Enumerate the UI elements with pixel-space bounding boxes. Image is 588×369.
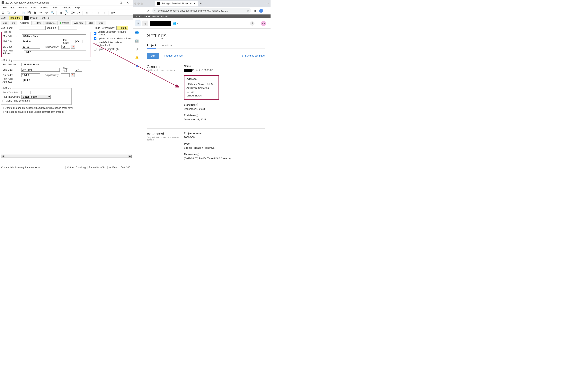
rail-settings-icon[interactable]: ⚙ bbox=[136, 64, 138, 68]
scroll-left-icon[interactable]: ◀ bbox=[1, 155, 4, 157]
globe-icon[interactable]: 🌐 ▾ bbox=[172, 22, 178, 25]
tab-reviewers[interactable]: Reviewers bbox=[43, 21, 58, 25]
grid-icon[interactable]: ▦ bbox=[59, 11, 63, 14]
mail-address-input[interactable] bbox=[22, 34, 86, 38]
menu-records[interactable]: Records bbox=[16, 6, 29, 9]
forward-icon[interactable]: → bbox=[141, 9, 144, 12]
menu-windows[interactable]: Windows bbox=[60, 6, 73, 9]
first-icon[interactable]: « bbox=[85, 11, 89, 14]
info-icon[interactable]: i bbox=[195, 114, 198, 117]
box-icon[interactable]: ☐▾ bbox=[71, 11, 74, 14]
update-plugged-checkbox[interactable] bbox=[1, 107, 4, 109]
expand-icon[interactable]: →| bbox=[129, 155, 132, 158]
maximize-button[interactable]: ☐ bbox=[117, 1, 124, 4]
table-icon[interactable]: ▤▾ bbox=[111, 11, 115, 14]
delete-icon[interactable]: 🗑 bbox=[33, 11, 37, 14]
bookmark-icon[interactable]: ☆ bbox=[247, 9, 249, 12]
menu-file[interactable]: File bbox=[1, 6, 8, 9]
module-picker-button[interactable]: ◆ bbox=[142, 20, 148, 26]
info-icon[interactable]: i bbox=[196, 153, 199, 156]
mail-addl-input[interactable] bbox=[24, 50, 86, 54]
new-tab-button[interactable]: + bbox=[200, 2, 202, 5]
tab-close-icon[interactable]: ✕ bbox=[193, 2, 196, 5]
tab-roles[interactable]: Roles bbox=[85, 21, 95, 25]
ship-address-input[interactable] bbox=[21, 63, 86, 66]
mail-city-input[interactable] bbox=[22, 40, 60, 43]
tab-locations[interactable]: Locations bbox=[161, 43, 172, 49]
traffic-minimize-icon[interactable] bbox=[138, 2, 140, 5]
tab-phases[interactable]: Phases bbox=[58, 20, 71, 25]
refresh-icon[interactable]: ⟳ bbox=[45, 11, 48, 14]
menu-help[interactable]: Help bbox=[73, 6, 82, 9]
hours-per-man-input[interactable] bbox=[116, 26, 128, 30]
tab-notes[interactable]: Notes bbox=[96, 21, 106, 25]
tab-grid[interactable]: Grid bbox=[1, 21, 9, 25]
menu-view[interactable]: View bbox=[29, 6, 38, 9]
haul-tax-select[interactable]: 0-Not Taxable bbox=[21, 95, 51, 99]
update-ap-checkbox[interactable] bbox=[94, 32, 96, 35]
save-icon[interactable]: 💾 bbox=[27, 11, 31, 14]
info-icon[interactable]: i bbox=[196, 103, 199, 106]
gear-icon[interactable]: ⚙ bbox=[13, 11, 16, 14]
mail-map-button[interactable]: 📍 bbox=[71, 45, 75, 49]
panel-icon[interactable]: ▣ bbox=[253, 9, 257, 12]
tab-overflow-icon[interactable]: ⌄ bbox=[265, 2, 269, 5]
avatar-chevron-icon[interactable]: ▾ bbox=[268, 22, 269, 24]
product-settings-link[interactable]: Product settings ⌄ bbox=[164, 54, 185, 57]
mail-country-input[interactable] bbox=[61, 45, 70, 49]
ship-state-input[interactable] bbox=[75, 68, 82, 72]
price-template-input[interactable] bbox=[21, 91, 31, 94]
back-icon[interactable]: ← bbox=[135, 9, 138, 12]
ship-city-input[interactable] bbox=[21, 68, 60, 72]
close-button[interactable]: ✕ bbox=[124, 1, 131, 4]
search-icon[interactable]: 🔍 bbox=[51, 11, 54, 14]
tab-project[interactable]: Project bbox=[147, 43, 156, 49]
menu-edit[interactable]: Edit bbox=[8, 6, 16, 9]
binoculars-icon[interactable]: 🔭 bbox=[7, 11, 10, 14]
admin-gear-button[interactable]: ⚙ bbox=[135, 20, 141, 26]
tab-workflow[interactable]: Workflow bbox=[72, 21, 85, 25]
menu-tools[interactable]: Tools bbox=[50, 6, 60, 9]
use-default-tax-checkbox[interactable] bbox=[94, 43, 96, 45]
traffic-close-icon[interactable] bbox=[134, 2, 136, 5]
mail-state-input[interactable] bbox=[75, 40, 83, 43]
reload-icon[interactable]: ⟳ bbox=[146, 9, 150, 12]
attach-icon[interactable]: 📎▾ bbox=[65, 11, 69, 14]
tab-info[interactable]: Info bbox=[10, 21, 17, 25]
new-icon[interactable]: 📄 bbox=[21, 11, 25, 14]
tab-addl-info[interactable]: Add'l Info bbox=[18, 21, 31, 25]
ship-addl-input[interactable] bbox=[23, 79, 86, 82]
ship-country-input[interactable] bbox=[61, 73, 70, 77]
horizontal-scrollbar[interactable]: ◀ ▶ bbox=[1, 154, 132, 158]
menu-options[interactable]: Options bbox=[38, 6, 50, 9]
profile-icon[interactable] bbox=[259, 9, 263, 13]
prev-icon[interactable]: ‹ bbox=[91, 11, 94, 14]
edit-button[interactable]: Edit bbox=[147, 53, 159, 59]
user-avatar[interactable]: AS bbox=[261, 21, 266, 26]
undo-icon[interactable]: ↶ bbox=[39, 11, 42, 14]
save-as-template-link[interactable]: 🗎 Save as template bbox=[241, 54, 265, 57]
job-phone-input[interactable] bbox=[19, 26, 46, 30]
traffic-maximize-icon[interactable] bbox=[141, 2, 143, 5]
minimize-button[interactable]: — bbox=[110, 1, 117, 4]
kebab-icon[interactable]: ⋮ bbox=[265, 9, 269, 12]
url-box[interactable]: ⊶ acc.autodesk.com/project-admin/setting… bbox=[152, 8, 251, 13]
tab-pr-info[interactable]: PR Info bbox=[31, 21, 43, 25]
next-icon[interactable]: › bbox=[97, 11, 100, 14]
help-icon[interactable]: ? bbox=[250, 21, 254, 26]
site-settings-icon[interactable]: ⊶ bbox=[154, 9, 156, 12]
last-icon[interactable]: » bbox=[103, 11, 106, 14]
update-ms-checkbox[interactable] bbox=[94, 37, 96, 40]
auto-add-checkbox[interactable] bbox=[1, 111, 4, 113]
check-icon[interactable]: ✔▾ bbox=[77, 11, 80, 14]
ship-zip-input[interactable] bbox=[21, 73, 40, 77]
mail-zip-input[interactable] bbox=[22, 45, 40, 49]
form-icon[interactable]: ☷ bbox=[1, 11, 5, 14]
browser-tab[interactable]: Settings - Autodesk Project A ✕ bbox=[155, 0, 198, 6]
rail-notifications-icon[interactable]: 🔔 bbox=[135, 56, 139, 60]
rail-bridge-icon[interactable]: ⇄ bbox=[136, 47, 138, 51]
rail-companies-icon[interactable]: 🏢 bbox=[135, 39, 139, 43]
ship-map-button[interactable]: 📍 bbox=[71, 73, 75, 77]
sync-projectsight-checkbox[interactable] bbox=[94, 48, 96, 51]
rail-members-icon[interactable]: 👥 bbox=[135, 31, 139, 34]
